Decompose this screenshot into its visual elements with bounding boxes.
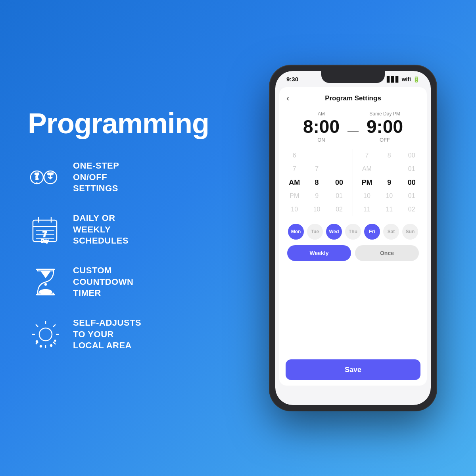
day-wed[interactable]: Wed [326, 224, 342, 240]
picker-item: 11 [363, 203, 370, 216]
hourglass-icon [28, 264, 63, 300]
weekly-toggle[interactable]: Weekly [287, 245, 351, 261]
feature-location: SELF-ADJUSTSTO YOURLOCAL AREA [28, 317, 209, 352]
on-period: AM [303, 111, 340, 117]
off-time-value: 9:00 [367, 117, 403, 136]
picker-item: 02 [336, 203, 343, 216]
left-panel: Programming ON 1 OFF ONE-STEPON/OFFSETTI… [28, 107, 209, 369]
svg-line-25 [53, 342, 56, 344]
feature-schedule-text: DAILY ORWEEKLYSCHEDULES [73, 213, 129, 247]
picker-item: 6 [293, 149, 296, 162]
on-time-block: AM 8:00 ON [303, 111, 340, 143]
app-header: ‹ Program Settings [279, 87, 427, 106]
once-toggle[interactable]: Once [355, 245, 419, 261]
on-time-value: 8:00 [303, 117, 340, 136]
picker-divider [353, 149, 353, 216]
picker-item: 00 [408, 149, 415, 162]
picker-item: 01 [408, 189, 415, 203]
schedule-toggle: Weekly Once [279, 244, 427, 265]
status-time: 9:30 [286, 76, 298, 83]
feature-on-off: ON 1 OFF ONE-STEPON/OFFSETTINGS [28, 159, 209, 195]
app-content: ‹ Program Settings AM 8:00 ON — Same Day… [279, 87, 427, 386]
svg-text:OFF: OFF [48, 173, 54, 175]
signal-icon: ▋▋▋ [387, 76, 400, 83]
day-mon[interactable]: Mon [288, 224, 304, 240]
day-sun[interactable]: Sun [402, 224, 418, 240]
picker-item: 10 [386, 189, 393, 203]
feature-timer: CUSTOMCOUNTDOWNTIMER [28, 264, 209, 300]
feature-on-off-text: ONE-STEPON/OFFSETTINGS [73, 160, 119, 194]
picker-item-selected: AM [289, 176, 300, 189]
calendar-icon: 7 Day [28, 212, 63, 248]
left-min-picker[interactable]: 00 01 02 [329, 149, 349, 216]
picker-item-selected: PM [361, 176, 372, 189]
svg-line-24 [36, 324, 38, 327]
left-period-picker[interactable]: 6 7 AM PM 10 [284, 149, 305, 216]
picker-item: 10 [291, 203, 298, 216]
status-icons: ▋▋▋ wifi 🔋 [387, 76, 420, 83]
svg-point-19 [45, 284, 46, 285]
picker-item-selected: 00 [408, 176, 416, 189]
day-tue[interactable]: Tue [307, 224, 323, 240]
left-hour-picker[interactable]: 7 8 9 10 [307, 149, 327, 216]
svg-text:7: 7 [42, 230, 47, 238]
picker-item: 02 [408, 203, 415, 216]
picker-item: 01 [336, 189, 343, 203]
feature-schedule: 7 Day DAILY ORWEEKLYSCHEDULES [28, 212, 209, 248]
picker-item: 7 [315, 162, 319, 176]
phone-container: 9:30 ▋▋▋ wifi 🔋 ‹ Program Settings AM [258, 65, 448, 411]
picker-item: 11 [386, 203, 393, 216]
svg-point-32 [55, 340, 56, 342]
picker-item-selected: 00 [335, 176, 343, 189]
svg-point-30 [40, 345, 42, 347]
picker-item-selected: 8 [315, 176, 319, 189]
back-button[interactable]: ‹ [286, 93, 289, 104]
time-pickers[interactable]: 6 7 AM PM 10 7 8 9 10 [279, 145, 427, 220]
off-period: Same Day PM [367, 111, 403, 117]
battery-icon: 🔋 [413, 76, 420, 83]
right-min-picker[interactable]: 00 01 00 01 02 [401, 149, 422, 216]
svg-line-26 [53, 324, 56, 327]
picker-item: 8 [388, 149, 391, 162]
day-fri[interactable]: Fri [364, 224, 380, 240]
feature-timer-text: CUSTOMCOUNTDOWNTIMER [73, 265, 133, 299]
screen-title: Program Settings [325, 94, 381, 102]
off-time-block: Same Day PM 9:00 OFF [367, 111, 403, 143]
notch [321, 71, 385, 83]
right-hour-picker[interactable]: 8 9 10 11 [379, 149, 399, 216]
time-display: AM 8:00 ON — Same Day PM 9:00 OFF [279, 106, 427, 145]
day-selector: Mon Tue Wed Thu Fri Sat Sun [279, 220, 427, 244]
svg-text:Day: Day [41, 239, 48, 243]
svg-point-18 [40, 290, 52, 294]
picker-item: 9 [315, 189, 319, 203]
pickers-row: 6 7 AM PM 10 7 8 9 10 [279, 147, 427, 218]
on-off-icon: ON 1 OFF [28, 159, 63, 195]
svg-point-28 [39, 328, 52, 341]
time-separator: — [347, 124, 359, 137]
off-label: OFF [367, 137, 403, 143]
svg-point-31 [50, 345, 52, 346]
save-section: Save [279, 355, 427, 386]
picker-item-selected: 9 [387, 176, 391, 189]
phone: 9:30 ▋▋▋ wifi 🔋 ‹ Program Settings AM [270, 65, 436, 411]
svg-text:1: 1 [36, 175, 38, 180]
save-button[interactable]: Save [286, 359, 420, 380]
picker-item: 01 [408, 162, 415, 176]
page-title: Programming [28, 107, 209, 140]
picker-item: PM [290, 189, 299, 203]
picker-item: AM [362, 162, 372, 176]
picker-item: 7 [293, 162, 296, 176]
phone-screen: 9:30 ▋▋▋ wifi 🔋 ‹ Program Settings AM [275, 71, 431, 405]
svg-point-29 [36, 341, 38, 342]
picker-item: 10 [363, 189, 370, 203]
day-thu[interactable]: Thu [345, 224, 361, 240]
feature-location-text: SELF-ADJUSTSTO YOURLOCAL AREA [73, 317, 141, 351]
right-period-picker[interactable]: 7 AM PM 10 11 [357, 149, 377, 216]
picker-item: 10 [313, 203, 321, 216]
sun-icon [28, 317, 63, 352]
picker-item: 7 [365, 149, 369, 162]
on-label: ON [303, 137, 340, 143]
wifi-icon: wifi [402, 76, 411, 83]
day-sat[interactable]: Sat [383, 224, 399, 240]
